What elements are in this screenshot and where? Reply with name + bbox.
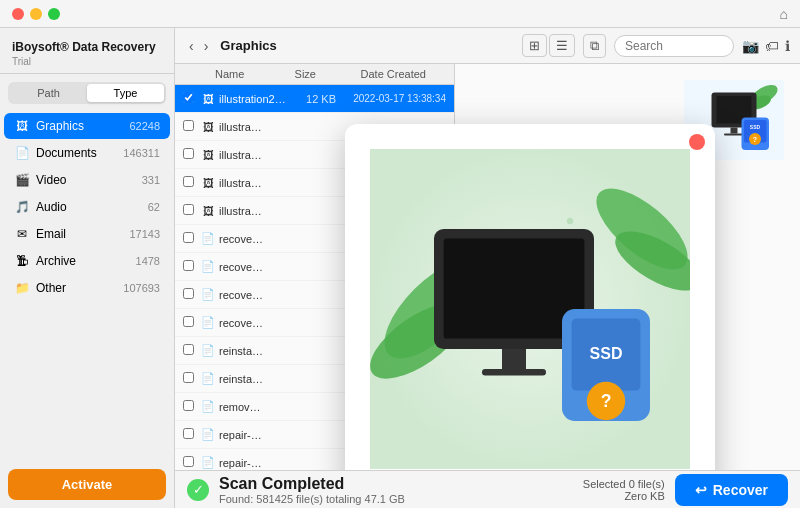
tab-type[interactable]: Type: [87, 84, 164, 102]
file-name: illustra…: [219, 121, 286, 133]
file-type-icon: 📄: [201, 456, 215, 470]
file-name: recove…: [219, 289, 286, 301]
row-checkbox[interactable]: [183, 92, 197, 105]
file-name: remov…: [219, 401, 286, 413]
content-toolbar: ‹ › Graphics ⊞ ☰ ⧉ 📷 🏷 ℹ: [175, 28, 800, 64]
sidebar-tabs: Path Type: [8, 82, 166, 104]
file-type-icon: 🖼: [201, 92, 215, 106]
audio-icon: 🎵: [14, 199, 30, 215]
sidebar-item-email[interactable]: ✉ Email 17143: [4, 221, 170, 247]
home-icon[interactable]: ⌂: [780, 6, 788, 22]
file-name: repair-…: [219, 457, 286, 469]
file-name: repair-…: [219, 429, 286, 441]
col-header-date: Date Created: [316, 68, 426, 80]
col-header-size: Size: [266, 68, 316, 80]
svg-rect-22: [502, 349, 526, 369]
scan-complete-icon: ✓: [187, 479, 209, 501]
list-view-button[interactable]: ☰: [549, 34, 575, 57]
archive-icon: 🗜: [14, 253, 30, 269]
scan-title: Scan Completed: [219, 475, 405, 493]
status-bar: ✓ Scan Completed Found: 581425 file(s) t…: [175, 470, 800, 508]
other-count: 107693: [123, 282, 160, 294]
maximize-button[interactable]: [48, 8, 60, 20]
file-type-icon: 📄: [201, 316, 215, 330]
documents-label: Documents: [36, 146, 123, 160]
row-checkbox[interactable]: [183, 428, 197, 441]
svg-text:SSD: SSD: [750, 124, 761, 130]
file-type-icon: 📄: [201, 232, 215, 246]
other-label: Other: [36, 281, 123, 295]
file-type-icon: 📄: [201, 344, 215, 358]
row-checkbox[interactable]: [183, 204, 197, 217]
col-header-name: Name: [215, 68, 266, 80]
file-type-icon: 📄: [201, 288, 215, 302]
file-list-header: Name Size Date Created: [175, 64, 454, 85]
minimize-button[interactable]: [30, 8, 42, 20]
sidebar-item-audio[interactable]: 🎵 Audio 62: [4, 194, 170, 220]
video-icon: 🎬: [14, 172, 30, 188]
tab-path[interactable]: Path: [10, 84, 87, 102]
row-checkbox[interactable]: [183, 400, 197, 413]
svg-rect-6: [724, 134, 744, 136]
file-type-icon: 🖼: [201, 204, 215, 218]
video-count: 331: [142, 174, 160, 186]
svg-point-18: [567, 218, 573, 224]
row-checkbox[interactable]: [183, 120, 197, 133]
forward-button[interactable]: ›: [200, 36, 213, 56]
svg-text:?: ?: [601, 391, 612, 411]
svg-text:SSD: SSD: [590, 345, 623, 362]
recover-label: Recover: [713, 482, 768, 498]
row-checkbox[interactable]: [183, 344, 197, 357]
table-row[interactable]: 🖼 illustration2.png 12 KB 2022-03-17 13:…: [175, 85, 454, 113]
documents-icon: 📄: [14, 145, 30, 161]
breadcrumb: Graphics: [220, 38, 276, 53]
filter-button[interactable]: ⧉: [583, 34, 606, 58]
brand-title: iBoysoft® Data Recovery: [12, 40, 162, 56]
popup-overlay: SSD ?: [345, 124, 715, 470]
sidebar-item-other[interactable]: 📁 Other 107693: [4, 275, 170, 301]
recover-icon: ↩: [695, 482, 707, 498]
sidebar-items: 🖼 Graphics 62248 📄 Documents 146311 🎬 Vi…: [0, 108, 174, 461]
sidebar: iBoysoft® Data Recovery Trial Path Type …: [0, 28, 175, 508]
popup-close-button[interactable]: [689, 134, 705, 150]
info-icon[interactable]: ℹ: [785, 38, 790, 54]
row-checkbox[interactable]: [183, 316, 197, 329]
documents-count: 146311: [123, 147, 160, 159]
archive-count: 1478: [136, 255, 160, 267]
file-name: recove…: [219, 261, 286, 273]
svg-rect-23: [482, 369, 546, 375]
recover-button[interactable]: ↩ Recover: [675, 474, 788, 506]
row-checkbox[interactable]: [183, 260, 197, 273]
row-checkbox[interactable]: [183, 372, 197, 385]
sidebar-item-video[interactable]: 🎬 Video 331: [4, 167, 170, 193]
back-button[interactable]: ‹: [185, 36, 198, 56]
file-name: reinsta…: [219, 373, 286, 385]
other-icon: 📁: [14, 280, 30, 296]
file-type-icon: 📄: [201, 260, 215, 274]
row-checkbox[interactable]: [183, 148, 197, 161]
archive-label: Archive: [36, 254, 136, 268]
row-checkbox[interactable]: [183, 232, 197, 245]
content-area: ‹ › Graphics ⊞ ☰ ⧉ 📷 🏷 ℹ Name: [175, 28, 800, 508]
activate-button[interactable]: Activate: [8, 469, 166, 500]
brand-area: iBoysoft® Data Recovery Trial: [0, 28, 174, 74]
graphics-icon: 🖼: [14, 118, 30, 134]
tag-icon[interactable]: 🏷: [765, 38, 779, 54]
scan-detail: Found: 581425 file(s) totaling 47.1 GB: [219, 493, 405, 505]
close-button[interactable]: [12, 8, 24, 20]
nav-buttons: ‹ ›: [185, 36, 212, 56]
graphics-label: Graphics: [36, 119, 129, 133]
content-main: Name Size Date Created 🖼 illustration2.p…: [175, 64, 800, 470]
search-input[interactable]: [614, 35, 734, 57]
row-checkbox[interactable]: [183, 288, 197, 301]
sidebar-item-graphics[interactable]: 🖼 Graphics 62248: [4, 113, 170, 139]
sidebar-item-archive[interactable]: 🗜 Archive 1478: [4, 248, 170, 274]
sidebar-item-documents[interactable]: 📄 Documents 146311: [4, 140, 170, 166]
camera-icon[interactable]: 📷: [742, 38, 759, 54]
file-type-icon: 📄: [201, 400, 215, 414]
row-checkbox[interactable]: [183, 176, 197, 189]
grid-view-button[interactable]: ⊞: [522, 34, 547, 57]
row-checkbox[interactable]: [183, 456, 197, 469]
brand-subtitle: Trial: [12, 56, 162, 67]
status-selected: Selected 0 file(s) Zero KB: [583, 478, 665, 502]
